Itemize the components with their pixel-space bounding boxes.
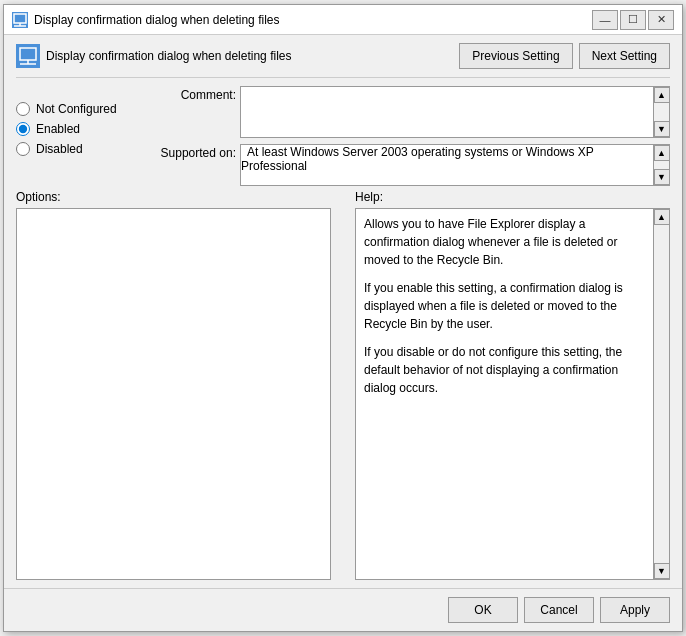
help-scroll-up[interactable]: ▲ [654, 209, 670, 225]
help-content: Allows you to have File Explorer display… [356, 209, 669, 403]
options-box [16, 208, 331, 580]
content-area: Display confirmation dialog when deletin… [4, 35, 682, 588]
options-panel: Options: [16, 190, 331, 580]
window-icon [12, 12, 28, 28]
help-label: Help: [355, 190, 670, 204]
disabled-label: Disabled [36, 142, 83, 156]
setting-icon [16, 44, 40, 68]
enabled-radio[interactable] [16, 122, 30, 136]
cancel-button[interactable]: Cancel [524, 597, 594, 623]
supported-value: At least Windows Server 2003 operating s… [241, 144, 594, 177]
panel-spacer [339, 190, 347, 580]
help-scroll-thumb[interactable] [654, 225, 669, 563]
upper-right: Comment: ▲ ▼ Supported on: At least Wind… [146, 86, 670, 186]
header-title: Display confirmation dialog when deletin… [46, 49, 291, 63]
window-title: Display confirmation dialog when deletin… [34, 13, 592, 27]
help-box: Allows you to have File Explorer display… [355, 208, 670, 580]
not-configured-radio[interactable] [16, 102, 30, 116]
comment-scroll-down[interactable]: ▼ [654, 121, 670, 137]
help-paragraph-3: If you disable or do not configure this … [364, 343, 649, 397]
header-buttons: Previous Setting Next Setting [459, 43, 670, 69]
comment-row: Comment: ▲ ▼ [146, 86, 670, 138]
header-section: Display confirmation dialog when deletin… [16, 43, 670, 78]
upper-area: Not Configured Enabled Disabled Comment: [16, 86, 670, 186]
window-controls: — ☐ ✕ [592, 10, 674, 30]
not-configured-label: Not Configured [36, 102, 117, 116]
help-paragraph-2: If you enable this setting, a confirmati… [364, 279, 649, 333]
supported-scroll-down[interactable]: ▼ [654, 169, 670, 185]
apply-button[interactable]: Apply [600, 597, 670, 623]
options-help-section: Options: Help: Allows you to have File E… [16, 190, 670, 580]
comment-scroll-thumb[interactable] [654, 103, 669, 121]
svg-rect-0 [14, 14, 26, 23]
supported-row: Supported on: At least Windows Server 20… [146, 144, 670, 186]
supported-scrollbar[interactable]: ▲ ▼ [653, 145, 669, 185]
bottom-buttons: OK Cancel Apply [4, 588, 682, 631]
main-window: Display confirmation dialog when deletin… [3, 4, 683, 632]
close-button[interactable]: ✕ [648, 10, 674, 30]
disabled-radio[interactable] [16, 142, 30, 156]
not-configured-option[interactable]: Not Configured [16, 102, 146, 116]
help-panel: Help: Allows you to have File Explorer d… [355, 190, 670, 580]
supported-label: Supported on: [146, 144, 236, 160]
disabled-option[interactable]: Disabled [16, 142, 146, 156]
next-setting-button[interactable]: Next Setting [579, 43, 670, 69]
options-label: Options: [16, 190, 331, 204]
supported-scroll-thumb[interactable] [654, 161, 669, 169]
ok-button[interactable]: OK [448, 597, 518, 623]
supported-scroll-up[interactable]: ▲ [654, 145, 670, 161]
minimize-button[interactable]: — [592, 10, 618, 30]
maximize-button[interactable]: ☐ [620, 10, 646, 30]
enabled-label: Enabled [36, 122, 80, 136]
enabled-option[interactable]: Enabled [16, 122, 146, 136]
svg-rect-3 [20, 48, 36, 60]
help-paragraph-1: Allows you to have File Explorer display… [364, 215, 649, 269]
header-left: Display confirmation dialog when deletin… [16, 44, 291, 68]
previous-setting-button[interactable]: Previous Setting [459, 43, 572, 69]
title-bar: Display confirmation dialog when deletin… [4, 5, 682, 35]
help-scrollbar[interactable]: ▲ ▼ [653, 209, 669, 579]
radio-container: Not Configured Enabled Disabled [16, 86, 146, 186]
comment-scrollbar[interactable]: ▲ ▼ [653, 87, 669, 137]
comment-label: Comment: [146, 86, 236, 102]
comment-scroll-up[interactable]: ▲ [654, 87, 670, 103]
help-scroll-down[interactable]: ▼ [654, 563, 670, 579]
